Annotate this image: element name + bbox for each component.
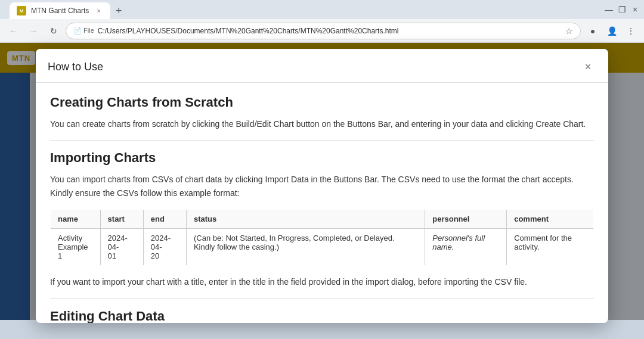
- window-controls: — ❐ ×: [605, 5, 639, 14]
- modal-title: How to Use: [48, 61, 103, 73]
- cell-end: 2024-04-20: [143, 229, 186, 266]
- csv-format-table: name start end status personnel comment …: [50, 209, 594, 266]
- reload-button[interactable]: ↻: [45, 23, 62, 39]
- forward-button[interactable]: →: [25, 23, 42, 39]
- col-header-start: start: [100, 210, 143, 229]
- col-header-personnel: personnel: [425, 210, 507, 229]
- modal-body: Creating Charts from Scratch You can cre…: [36, 83, 608, 323]
- col-header-end: end: [143, 210, 186, 229]
- menu-button[interactable]: ⋮: [623, 23, 639, 39]
- title-bar: M MTN Gantt Charts × + — ❐ ×: [0, 0, 644, 19]
- csv-table-body: ActivityExample 1 2024-04-01 2024-04-20 …: [51, 229, 594, 266]
- how-to-use-modal: How to Use × Creating Charts from Scratc…: [36, 49, 608, 323]
- browser-tab[interactable]: M MTN Gantt Charts ×: [10, 2, 110, 19]
- csv-table-header: name start end status personnel comment: [51, 210, 594, 229]
- app-area: MTN How to Use × Creating Charts from Sc…: [0, 43, 644, 320]
- creating-charts-text: You can create charts from scratch by cl…: [50, 117, 594, 130]
- minimize-button[interactable]: —: [605, 5, 613, 14]
- editing-charts-heading: Editing Chart Data: [50, 309, 594, 323]
- cell-name: ActivityExample 1: [51, 229, 101, 266]
- profile-button[interactable]: 👤: [603, 23, 620, 39]
- maximize-button[interactable]: ❐: [618, 5, 626, 14]
- address-bar[interactable]: 📄 File C:/Users/PLAYHOUSES/Documents/MTN…: [66, 23, 581, 39]
- modal-header: How to Use ×: [36, 49, 608, 83]
- importing-charts-text: You can import charts from CSVs of chart…: [50, 173, 594, 200]
- creating-charts-heading: Creating Charts from Scratch: [50, 95, 594, 110]
- tab-title: MTN Gantt Charts: [31, 7, 89, 15]
- cell-start: 2024-04-01: [100, 229, 143, 266]
- section-divider-1: [50, 140, 594, 141]
- cell-status: (Can be: Not Started, In Progress, Compl…: [186, 229, 425, 266]
- importing-charts-heading: Importing Charts: [50, 150, 594, 166]
- file-icon: 📄 File: [73, 27, 94, 35]
- bookmark-icon[interactable]: ☆: [565, 26, 573, 36]
- col-header-comment: comment: [507, 210, 594, 229]
- modal-overlay: How to Use × Creating Charts from Scratc…: [0, 43, 644, 320]
- back-button[interactable]: ←: [5, 23, 21, 39]
- browser-nav-bar: ← → ↻ 📄 File C:/Users/PLAYHOUSES/Documen…: [0, 19, 644, 43]
- col-header-status: status: [186, 210, 425, 229]
- new-tab-button[interactable]: +: [110, 2, 127, 19]
- browser-chrome: M MTN Gantt Charts × + — ❐ × ← → ↻ 📄 Fil…: [0, 0, 644, 43]
- section-divider-2: [50, 298, 594, 299]
- address-url: C:/Users/PLAYHOUSES/Documents/MTN%20Gant…: [98, 27, 562, 35]
- close-window-button[interactable]: ×: [631, 5, 639, 14]
- tab-favicon: M: [17, 6, 26, 15]
- csv-header-row: name start end status personnel comment: [51, 210, 594, 229]
- import-note-text: If you want to import your chart with a …: [50, 275, 594, 288]
- table-row: ActivityExample 1 2024-04-01 2024-04-20 …: [51, 229, 594, 266]
- cell-comment: Comment for the activity.: [507, 229, 594, 266]
- col-header-name: name: [51, 210, 101, 229]
- extensions-button[interactable]: ●: [584, 23, 601, 39]
- tab-close-btn[interactable]: ×: [94, 6, 103, 15]
- browser-actions: ● 👤 ⋮: [584, 23, 639, 39]
- modal-close-button[interactable]: ×: [580, 58, 596, 75]
- cell-personnel: Personnel's full name.: [425, 229, 507, 266]
